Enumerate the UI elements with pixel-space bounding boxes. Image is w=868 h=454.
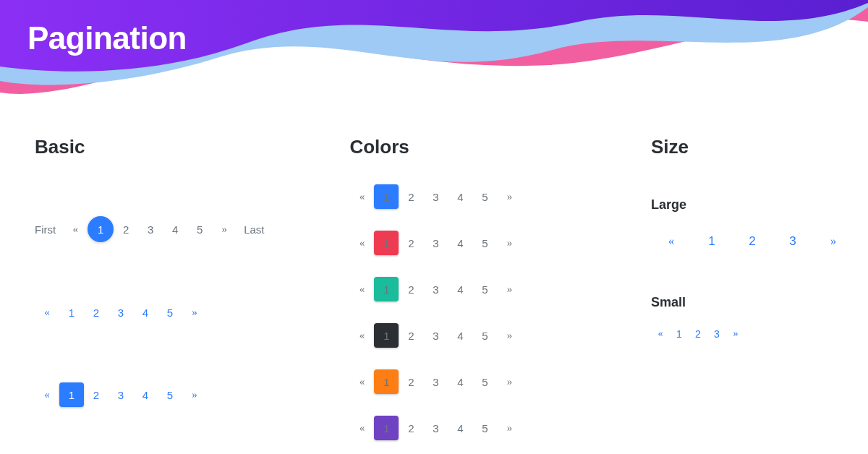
- page-3[interactable]: 3: [423, 416, 448, 440]
- page-2[interactable]: 2: [399, 323, 423, 348]
- section-heading-basic: Basic: [35, 136, 320, 158]
- page-header: Pagination: [0, 0, 868, 101]
- page-3[interactable]: 3: [138, 217, 163, 241]
- pagination-small: « 1 2 3 »: [651, 325, 839, 343]
- section-heading-colors: Colors: [349, 136, 622, 158]
- page-next-icon[interactable]: »: [212, 217, 237, 241]
- page-2[interactable]: 2: [689, 325, 707, 343]
- page-3[interactable]: 3: [773, 227, 813, 256]
- page-next-icon[interactable]: »: [726, 325, 745, 343]
- page-5[interactable]: 5: [472, 277, 497, 301]
- page-3[interactable]: 3: [423, 369, 448, 394]
- page-4[interactable]: 4: [448, 231, 472, 255]
- page-prev-icon[interactable]: «: [349, 369, 374, 394]
- pagination-color-dark: « 1 2 3 4 5 »: [349, 323, 622, 348]
- page-prev-icon[interactable]: «: [349, 277, 374, 301]
- pagination-color-purple: « 1 2 3 4 5 »: [349, 416, 622, 440]
- size-small-label: Small: [651, 295, 839, 310]
- page-5[interactable]: 5: [472, 231, 497, 255]
- page-4[interactable]: 4: [448, 369, 472, 394]
- page-5[interactable]: 5: [472, 184, 497, 209]
- page-prev-icon[interactable]: «: [349, 184, 374, 209]
- page-1-active[interactable]: 1: [374, 323, 399, 348]
- page-prev-icon[interactable]: «: [349, 231, 374, 255]
- section-colors: Colors « 1 2 3 4 5 » « 1 2 3 4 5 » « 1 2…: [349, 136, 622, 454]
- pagination-basic-plain: « 1 2 3 4 5 »: [35, 300, 320, 325]
- page-last-label[interactable]: Last: [237, 217, 264, 241]
- page-prev-icon[interactable]: «: [349, 416, 374, 440]
- section-heading-size: Size: [651, 136, 839, 158]
- pagination-large: « 1 2 3 »: [651, 227, 839, 256]
- page-1-active[interactable]: 1: [374, 277, 399, 301]
- page-1-active[interactable]: 1: [88, 216, 114, 242]
- page-1-active[interactable]: 1: [374, 184, 399, 209]
- page-3[interactable]: 3: [707, 325, 726, 343]
- page-5[interactable]: 5: [187, 217, 212, 241]
- page-5[interactable]: 5: [158, 382, 182, 407]
- pagination-color-blue: « 1 2 3 4 5 »: [349, 184, 622, 209]
- page-4[interactable]: 4: [448, 323, 472, 348]
- page-2[interactable]: 2: [84, 382, 109, 407]
- page-next-icon[interactable]: »: [497, 369, 522, 394]
- page-2[interactable]: 2: [399, 231, 423, 255]
- size-large-label: Large: [651, 197, 839, 213]
- page-next-icon[interactable]: »: [497, 416, 522, 440]
- page-5[interactable]: 5: [472, 323, 497, 348]
- page-2[interactable]: 2: [399, 277, 423, 301]
- pagination-color-orange: « 1 2 3 4 5 »: [349, 369, 622, 394]
- page-3[interactable]: 3: [109, 382, 133, 407]
- page-next-icon[interactable]: »: [182, 382, 207, 407]
- page-2[interactable]: 2: [732, 227, 773, 256]
- page-1-active[interactable]: 1: [374, 416, 399, 440]
- page-4[interactable]: 4: [133, 382, 158, 407]
- page-1[interactable]: 1: [670, 325, 689, 343]
- pagination-color-teal: « 1 2 3 4 5 »: [349, 277, 622, 301]
- page-4[interactable]: 4: [163, 217, 187, 241]
- page-first-label[interactable]: First: [35, 217, 63, 241]
- page-1[interactable]: 1: [59, 300, 84, 325]
- pagination-basic-rounded: First « 1 2 3 4 5 » Last: [35, 216, 320, 242]
- page-prev-icon[interactable]: «: [35, 300, 59, 325]
- page-1-active[interactable]: 1: [59, 382, 84, 407]
- page-1[interactable]: 1: [692, 227, 732, 256]
- page-1-active[interactable]: 1: [374, 369, 399, 394]
- page-2[interactable]: 2: [399, 184, 423, 209]
- page-next-icon[interactable]: »: [497, 323, 522, 348]
- page-title: Pagination: [27, 20, 187, 56]
- pagination-basic-square-active: « 1 2 3 4 5 »: [35, 382, 320, 407]
- page-prev-icon[interactable]: «: [349, 323, 374, 348]
- page-4[interactable]: 4: [448, 184, 472, 209]
- page-next-icon[interactable]: »: [497, 231, 522, 255]
- page-3[interactable]: 3: [423, 277, 448, 301]
- page-2[interactable]: 2: [399, 416, 423, 440]
- page-1-active[interactable]: 1: [374, 231, 399, 255]
- page-prev-icon[interactable]: «: [35, 382, 59, 407]
- page-next-icon[interactable]: »: [497, 277, 522, 301]
- pagination-color-red: « 1 2 3 4 5 »: [349, 231, 622, 255]
- page-4[interactable]: 4: [448, 277, 472, 301]
- page-5[interactable]: 5: [472, 369, 497, 394]
- page-5[interactable]: 5: [472, 416, 497, 440]
- section-basic: Basic First « 1 2 3 4 5 » Last « 1 2 3 4…: [35, 136, 320, 454]
- page-3[interactable]: 3: [423, 323, 448, 348]
- page-3[interactable]: 3: [423, 184, 448, 209]
- section-size: Size Large « 1 2 3 » Small « 1 2 3 »: [651, 136, 839, 454]
- page-prev-icon[interactable]: «: [651, 227, 692, 256]
- page-next-icon[interactable]: »: [182, 300, 207, 325]
- content-area: Basic First « 1 2 3 4 5 » Last « 1 2 3 4…: [0, 101, 868, 454]
- page-2[interactable]: 2: [399, 369, 423, 394]
- page-3[interactable]: 3: [109, 300, 133, 325]
- page-next-icon[interactable]: »: [813, 227, 854, 256]
- page-2[interactable]: 2: [84, 300, 109, 325]
- page-5[interactable]: 5: [158, 300, 182, 325]
- header-wave-graphic: [0, 0, 868, 116]
- page-next-icon[interactable]: »: [497, 184, 522, 209]
- page-prev-icon[interactable]: «: [63, 217, 88, 241]
- page-4[interactable]: 4: [133, 300, 158, 325]
- page-prev-icon[interactable]: «: [651, 325, 670, 343]
- page-4[interactable]: 4: [448, 416, 472, 440]
- page-2[interactable]: 2: [114, 217, 138, 241]
- page-3[interactable]: 3: [423, 231, 448, 255]
